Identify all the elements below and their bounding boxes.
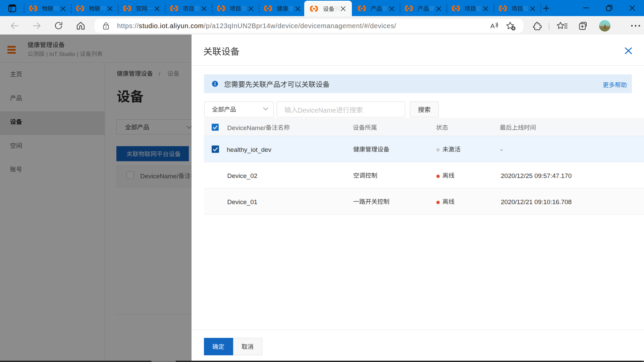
svg-text:A: A [490,22,495,29]
